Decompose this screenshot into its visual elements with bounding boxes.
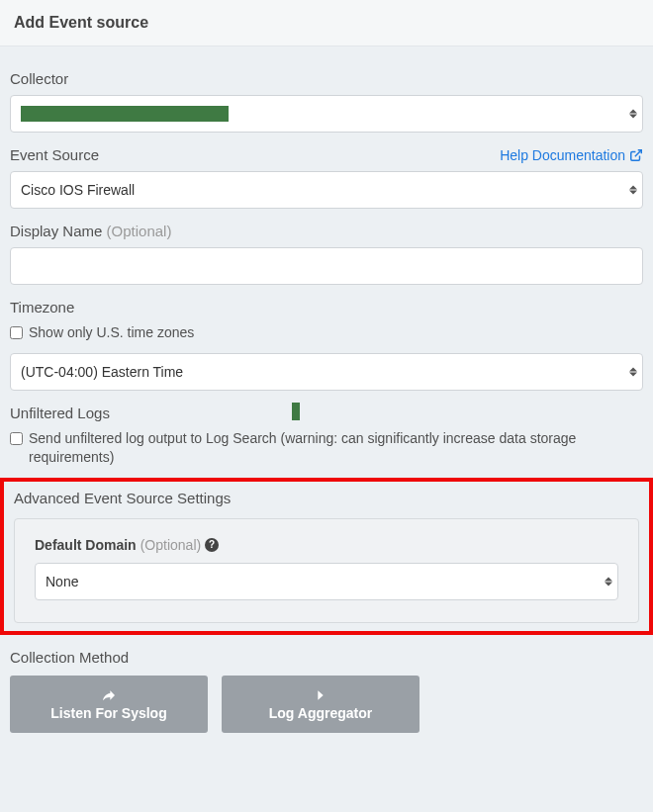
display-name-label-text: Display Name	[10, 223, 107, 239]
log-aggregator-label: Log Aggregator	[269, 705, 372, 721]
default-domain-select-box[interactable]: None	[35, 563, 618, 600]
event-source-label: Event Source	[10, 146, 99, 163]
unfiltered-label: Unfiltered Logs	[10, 405, 643, 421]
advanced-settings-highlight: Advanced Event Source Settings Default D…	[0, 478, 653, 635]
collector-select-box[interactable]	[10, 95, 643, 133]
event-source-select[interactable]: Cisco IOS Firewall	[10, 171, 643, 209]
help-documentation-link[interactable]: Help Documentation	[500, 147, 643, 163]
collection-method-label: Collection Method	[10, 649, 643, 666]
display-name-optional: (Optional)	[107, 223, 172, 239]
timezone-label: Timezone	[10, 299, 643, 316]
log-aggregator-button[interactable]: Log Aggregator	[222, 676, 420, 733]
collector-value-redacted	[21, 106, 229, 122]
listen-syslog-button[interactable]: Listen For Syslog	[10, 676, 208, 733]
advanced-settings-title: Advanced Event Source Settings	[14, 490, 639, 506]
help-documentation-text: Help Documentation	[500, 147, 625, 163]
display-name-label: Display Name (Optional)	[10, 223, 643, 239]
event-source-select-box[interactable]: Cisco IOS Firewall	[10, 171, 643, 209]
svg-line-0	[635, 149, 641, 155]
collector-select[interactable]	[10, 95, 643, 133]
default-domain-label: Default Domain (Optional) ?	[35, 537, 618, 553]
timezone-us-only-row[interactable]: Show only U.S. time zones	[10, 323, 643, 343]
timezone-us-only-label: Show only U.S. time zones	[29, 323, 194, 343]
unfiltered-checkbox-row[interactable]: Send unfiltered log output to Log Search…	[10, 429, 643, 468]
collection-method-buttons: Listen For Syslog Log Aggregator	[10, 676, 643, 733]
collector-label: Collector	[10, 70, 643, 87]
default-domain-optional: (Optional)	[140, 537, 201, 553]
share-arrow-icon	[99, 687, 119, 703]
help-icon[interactable]: ?	[205, 538, 219, 552]
unfiltered-checkbox[interactable]	[10, 432, 23, 445]
default-domain-select[interactable]: None	[35, 563, 618, 600]
timezone-select[interactable]: (UTC-04:00) Eastern Time	[10, 353, 643, 391]
external-link-icon	[629, 148, 643, 162]
event-source-label-row: Event Source Help Documentation	[10, 146, 643, 163]
dialog-header: Add Event source	[0, 0, 653, 46]
dialog-content: Collector Event Source Help Documentatio…	[0, 46, 653, 743]
dialog-title: Add Event source	[14, 14, 639, 32]
advanced-settings-panel: Default Domain (Optional) ? None	[14, 518, 639, 623]
timezone-select-box[interactable]: (UTC-04:00) Eastern Time	[10, 353, 643, 391]
unfiltered-label-text: Unfiltered Logs	[10, 405, 110, 421]
display-name-input[interactable]	[10, 247, 643, 285]
chevron-right-icon	[311, 687, 330, 703]
unfiltered-checkbox-label: Send unfiltered log output to Log Search…	[29, 429, 643, 468]
default-domain-label-text: Default Domain	[35, 537, 137, 553]
timezone-us-only-checkbox[interactable]	[10, 326, 23, 339]
listen-syslog-label: Listen For Syslog	[50, 705, 166, 721]
text-cursor-icon	[292, 403, 300, 420]
